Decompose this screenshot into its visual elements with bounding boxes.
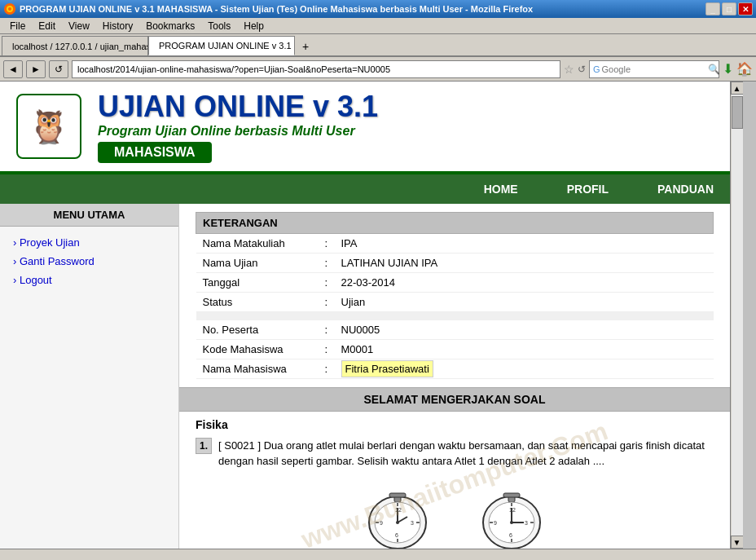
address-bar: ◄ ► ↺ ☆ ↺ G 🔍 ⬇ 🏠 [0, 57, 756, 82]
tab-bar: localhost / 127.0.0.1 / ujian_mahasiswad… [0, 34, 756, 57]
content-area: www.Bunaiitomputer.Com KETERANGAN Nama M… [179, 204, 730, 549]
field-value-1: LATIHAN UJIAN IPA [335, 254, 714, 273]
table-row: Kode Mahasiswa : M0001 [196, 339, 714, 359]
table-row: No. Peserta : NU0005 [196, 320, 714, 340]
svg-point-2 [8, 7, 11, 11]
field2-label-2: Nama Mahasiswa [196, 359, 319, 378]
forward-button[interactable]: ► [26, 60, 46, 78]
field-value-3: Ujian [335, 293, 714, 312]
tab-label-1: PROGRAM UJIAN ONLINE v 3.1 MAHASI... [159, 41, 295, 51]
field2-label-1: Kode Mahasiswa [196, 339, 319, 359]
svg-text:3: 3 [411, 520, 414, 526]
field-value-0: IPA [335, 234, 714, 254]
info-table: KETERANGAN Nama Matakuliah : IPA Nama Uj… [196, 212, 714, 379]
window-title: PROGRAM UJIAN ONLINE v 3.1 MAHASISWA - S… [20, 4, 705, 14]
field-value-2: 22-03-2014 [335, 273, 714, 293]
soal-content: Fisika 1. [ S0021 ] Dua orang atlet mula… [179, 412, 730, 549]
google-logo: G [593, 64, 600, 74]
field-label-1: Nama Ujian [196, 254, 319, 273]
nav-panduan[interactable]: PANDUAN [657, 183, 714, 196]
stopwatch-2: 12 6 9 3 [479, 478, 544, 549]
field2-value-2: Fitria Prasetiawati [335, 359, 714, 378]
new-tab-button[interactable]: + [297, 37, 314, 55]
nav-profil[interactable]: PROFIL [567, 183, 609, 196]
svg-text:3: 3 [525, 520, 528, 526]
sidebar-header: MENU UTAMA [0, 204, 178, 227]
soal-question: 1. [ S0021 ] Dua orang atlet mulai berla… [196, 438, 714, 470]
keterangan-header: KETERANGAN [196, 213, 714, 234]
sidebar-link-password[interactable]: Ganti Password [13, 255, 165, 267]
svg-point-17 [396, 521, 399, 524]
sidebar: MENU UTAMA Proyek Ujian Ganti Password L… [0, 204, 179, 549]
stopwatch-1: 12 6 9 3 [365, 478, 430, 549]
sidebar-content: Proyek Ujian Ganti Password Logout [0, 227, 178, 302]
nama-mahasiswa-value: Fitria Prasetiawati [341, 360, 433, 377]
scroll-track[interactable] [732, 95, 743, 536]
tab-label-0: localhost / 127.0.0.1 / ujian_mahasiswad… [12, 42, 148, 51]
menu-file[interactable]: File [3, 19, 32, 33]
back-button[interactable]: ◄ [3, 60, 23, 78]
home-icon[interactable]: 🏠 [736, 61, 753, 77]
colon2-0: : [319, 320, 335, 340]
bookmark-star-icon[interactable]: ☆ [564, 63, 574, 76]
table-row: Nama Mahasiswa : Fitria Prasetiawati [196, 359, 714, 378]
colon-3: : [319, 293, 335, 312]
colon-1: : [319, 254, 335, 273]
tab-1[interactable]: PROGRAM UJIAN ONLINE v 3.1 MAHASI... ✕ [148, 36, 295, 55]
menu-help[interactable]: Help [237, 19, 270, 33]
question-text: [ S0021 ] Dua orang atlet mulai berlari … [218, 438, 714, 470]
table-row: Nama Matakuliah : IPA [196, 234, 714, 254]
browser-content: 🦉 UJIAN ONLINE v 3.1 Program Ujian Onlin… [0, 82, 743, 549]
question-number: 1. [196, 438, 212, 454]
sidebar-link-proyek[interactable]: Proyek Ujian [13, 236, 165, 249]
field2-value-0: NU0005 [335, 320, 714, 340]
scroll-down-button[interactable]: ▼ [731, 536, 744, 549]
table-row: Nama Ujian : LATIHAN UJIAN IPA [196, 254, 714, 273]
menu-tools[interactable]: Tools [201, 19, 237, 33]
scroll-up-button[interactable]: ▲ [731, 82, 744, 95]
svg-text:9: 9 [494, 520, 497, 526]
nav-bar: HOME PROFIL PANDUAN [0, 174, 730, 204]
search-input[interactable] [602, 64, 708, 74]
sidebar-link-logout[interactable]: Logout [13, 274, 165, 286]
field2-value-1: M0001 [335, 339, 714, 359]
svg-point-32 [510, 521, 513, 524]
stopwatch-area: 12 6 9 3 [196, 470, 714, 549]
field-label-3: Status [196, 293, 319, 312]
menu-view[interactable]: View [62, 19, 96, 33]
firefox-icon [3, 2, 16, 15]
logo-box: 🦉 [16, 94, 81, 159]
tab-0[interactable]: localhost / 127.0.0.1 / ujian_mahasiswad… [2, 36, 148, 55]
colon2-2: : [319, 359, 335, 378]
soal-subject: Fisika [196, 418, 714, 431]
menu-bookmarks[interactable]: Bookmarks [139, 19, 201, 33]
colon2-1: : [319, 339, 335, 359]
soal-header: SELAMAT MENGERJAKAN SOAL [179, 387, 730, 412]
header-text: UJIAN ONLINE v 3.1 Program Ujian Online … [98, 90, 714, 163]
table-row: Status : Ujian [196, 293, 714, 312]
info-section: KETERANGAN Nama Matakuliah : IPA Nama Uj… [179, 204, 730, 387]
menu-history[interactable]: History [96, 19, 139, 33]
main-layout: MENU UTAMA Proyek Ujian Ganti Password L… [0, 204, 730, 549]
colon-2: : [319, 273, 335, 293]
site-title: UJIAN ONLINE v 3.1 [98, 90, 714, 124]
close-button[interactable]: ✕ [738, 2, 753, 15]
svg-rect-5 [389, 493, 406, 497]
divider-row [196, 312, 714, 320]
menu-bar: File Edit View History Bookmarks Tools H… [0, 18, 756, 34]
search-box: G 🔍 [589, 60, 719, 78]
nav-home[interactable]: HOME [484, 183, 518, 196]
search-icon[interactable]: 🔍 [708, 64, 720, 75]
colon-0: : [319, 234, 335, 254]
download-icon[interactable]: ⬇ [723, 61, 733, 77]
site-header: 🦉 UJIAN ONLINE v 3.1 Program Ujian Onlin… [0, 82, 730, 174]
reload-button[interactable]: ↺ [49, 60, 68, 78]
field-label-2: Tanggal [196, 273, 319, 293]
minimize-button[interactable]: _ [705, 2, 720, 15]
menu-edit[interactable]: Edit [32, 19, 62, 33]
site-subtitle: Program Ujian Online berbasis Multi User [98, 124, 714, 139]
scroll-thumb[interactable] [732, 96, 743, 129]
maximize-button[interactable]: □ [722, 2, 736, 15]
address-input[interactable] [72, 60, 560, 78]
refresh-icon[interactable]: ↺ [578, 64, 586, 75]
